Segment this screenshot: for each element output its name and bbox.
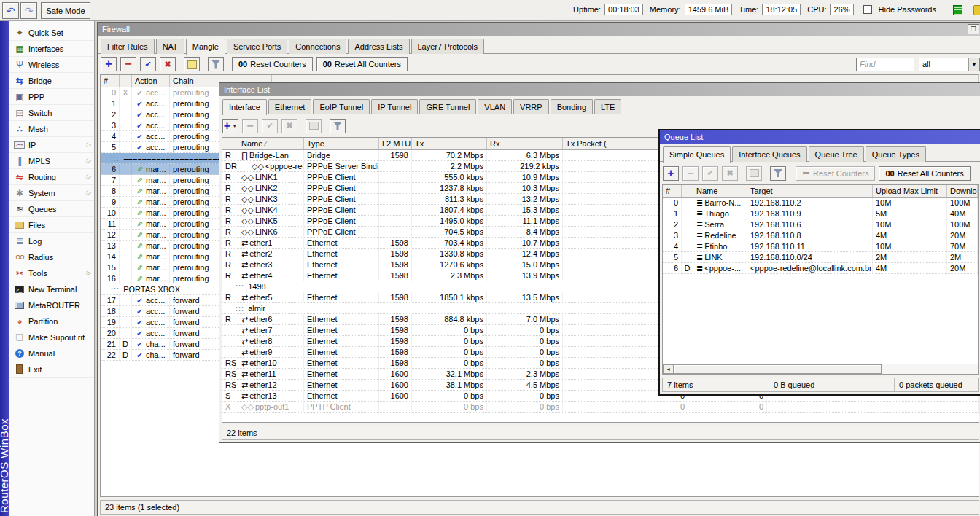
column-header-blank[interactable]	[120, 75, 132, 87]
chevron-down-icon[interactable]: ▼	[968, 58, 979, 71]
add-button[interactable]: +	[101, 57, 117, 71]
sidebar-item-tools[interactable]: ✂Tools▷	[9, 265, 94, 281]
add-button[interactable]: +	[663, 166, 679, 181]
safe-mode-button[interactable]: Safe Mode	[41, 2, 90, 19]
tab-eoip-tunnel[interactable]: EoIP Tunnel	[313, 99, 370, 114]
comment-button[interactable]	[184, 57, 200, 71]
reset-all-counters-button[interactable]: 00 Reset All Counters	[316, 57, 408, 71]
hide-passwords-checkbox[interactable]	[863, 5, 872, 14]
disable-button[interactable]: ✖	[281, 119, 298, 133]
column-header-tx[interactable]: Tx	[412, 138, 487, 149]
undo-button[interactable]: ↶	[2, 2, 19, 19]
tab-address-lists[interactable]: Address Lists	[348, 39, 409, 54]
sidebar-item-queues[interactable]: ≋Queues	[9, 201, 94, 217]
add-button[interactable]: + ▼	[222, 119, 238, 133]
horizontal-scrollbar[interactable]: ◂	[663, 364, 978, 374]
remove-button[interactable]: −	[682, 166, 699, 181]
sidebar-item-mesh[interactable]: ∴Mesh	[9, 121, 94, 137]
column-header-name[interactable]: Name∕	[238, 138, 304, 149]
filter-button[interactable]	[330, 119, 346, 133]
tab-gre-tunnel[interactable]: GRE Tunnel	[419, 99, 476, 114]
tab-queue-tree[interactable]: Queue Tree	[809, 146, 864, 162]
sidebar-item-wireless[interactable]: ΨWireless	[9, 57, 94, 73]
tab-simple-queues[interactable]: Simple Queues	[663, 146, 731, 163]
sidebar-item-mpls[interactable]: ∥MPLS▷	[9, 153, 94, 169]
sidebar-item-files[interactable]: Files	[9, 217, 94, 233]
scrollbar-thumb[interactable]	[674, 364, 882, 374]
table-row[interactable]: X◇◇pptp-out1PPTP Client0 bps0 bps00	[222, 402, 979, 413]
remove-button[interactable]: −	[242, 119, 258, 133]
sidebar-item-interfaces[interactable]: ▦Interfaces	[9, 41, 94, 57]
queue-list-titlebar[interactable]: Queue List	[660, 130, 980, 144]
sidebar-item-system[interactable]: ✱System▷	[9, 185, 94, 201]
sidebar-item-quick-set[interactable]: ✦Quick Set	[9, 25, 94, 41]
sidebar-item-routing[interactable]: ⇋Routing▷	[9, 169, 94, 185]
tab-service-ports[interactable]: Service Ports	[227, 39, 287, 54]
enable-button[interactable]: ✔	[702, 166, 718, 181]
filter-button[interactable]	[208, 57, 224, 71]
column-header-l2-mtu[interactable]: L2 MTU	[379, 138, 412, 149]
sidebar-item-metarouter[interactable]: MetaROUTER	[9, 297, 94, 313]
sidebar-item-switch[interactable]: ▤Switch	[9, 105, 94, 121]
table-row[interactable]: 2≣Serra192.168.110.610M100M	[663, 219, 978, 230]
sidebar-item-exit[interactable]: Exit	[9, 361, 94, 378]
tab-layer7-protocols[interactable]: Layer7 Protocols	[411, 39, 485, 54]
table-row[interactable]: 4≣Etinho192.168.110.1110M70M	[663, 241, 978, 252]
table-row[interactable]: 0≣Bairro-N...192.168.110.210M100M	[663, 198, 978, 208]
column-header-blank[interactable]: #	[101, 75, 120, 87]
sidebar-item-make-supout-rif[interactable]: ❏Make Supout.rif	[9, 329, 94, 345]
tab-ip-tunnel[interactable]: IP Tunnel	[371, 99, 418, 114]
disable-button[interactable]: ✖	[160, 57, 176, 71]
reset-counters-button[interactable]: ≔ Reset Counters	[796, 166, 875, 181]
column-header-action[interactable]: Action	[132, 75, 170, 87]
sidebar-item-ppp[interactable]: ▣PPP	[9, 89, 94, 105]
tab-queue-types[interactable]: Queue Types	[866, 146, 926, 162]
firewall-titlebar[interactable]: Firewall ❐	[98, 23, 980, 36]
enable-button[interactable]: ✔	[262, 119, 278, 133]
tab-nat[interactable]: NAT	[156, 39, 184, 54]
tab-ethernet[interactable]: Ethernet	[268, 99, 312, 114]
column-header-target[interactable]: Target	[747, 185, 873, 197]
table-row[interactable]: 1≣Thiago192.168.110.95M40M	[663, 208, 978, 219]
interface-list-titlebar[interactable]: Interface List	[219, 83, 980, 96]
disable-button[interactable]: ✖	[722, 166, 738, 181]
tab-lte[interactable]: LTE	[594, 99, 621, 114]
table-row[interactable]: 6D≣<pppoe-...<pppoe-redeline@locallink.c…	[663, 263, 978, 274]
sidebar-item-manual[interactable]: ?Manual	[9, 345, 94, 361]
sidebar-item-radius[interactable]: ΩΩRadius	[9, 249, 94, 265]
tab-vrrp[interactable]: VRRP	[513, 99, 549, 114]
tab-interface-queues[interactable]: Interface Queues	[732, 146, 806, 162]
comment-button[interactable]	[746, 166, 762, 181]
filter-select[interactable]: all ▼	[919, 58, 980, 71]
reset-counters-button[interactable]: 00 Reset Counters	[232, 57, 313, 71]
redo-button[interactable]: ↷	[20, 2, 37, 19]
table-row[interactable]: 3≣Redeline192.168.110.84M20M	[663, 230, 978, 241]
sidebar-item-ip[interactable]: 255IP▷	[9, 137, 94, 153]
column-header-blank[interactable]: #	[663, 185, 682, 197]
column-header-blank[interactable]	[222, 138, 238, 149]
column-header-download[interactable]: Download	[947, 185, 978, 197]
column-header-blank[interactable]	[682, 185, 693, 197]
scrollbar-track[interactable]	[882, 364, 978, 374]
tab-connections[interactable]: Connections	[289, 39, 346, 54]
sidebar-item-partition[interactable]: ◕Partition	[9, 313, 94, 329]
sidebar-item-new-terminal[interactable]: >_New Terminal	[9, 281, 94, 297]
tab-mangle[interactable]: Mangle	[186, 39, 225, 55]
column-header-type[interactable]: Type	[304, 138, 379, 149]
tab-vlan[interactable]: VLAN	[478, 99, 512, 114]
tab-interface[interactable]: Interface	[222, 99, 267, 115]
restore-window-icon[interactable]: ❐	[968, 24, 979, 34]
remove-button[interactable]: −	[120, 57, 136, 71]
column-header-rx[interactable]: Rx	[487, 138, 563, 149]
filter-button[interactable]	[770, 166, 786, 181]
enable-button[interactable]: ✔	[140, 57, 156, 71]
find-input[interactable]	[856, 58, 914, 71]
sidebar-item-log[interactable]: ≣Log	[9, 233, 94, 249]
scroll-left-icon[interactable]: ◂	[663, 364, 674, 374]
table-row[interactable]: 5≣LINK192.168.110.0/242M2M	[663, 252, 978, 263]
column-header-name[interactable]: Name	[693, 185, 747, 197]
tab-filter-rules[interactable]: Filter Rules	[101, 39, 155, 54]
sidebar-item-bridge[interactable]: ⇆Bridge	[9, 73, 94, 89]
comment-button[interactable]	[306, 119, 322, 133]
column-header-upload-max-limit[interactable]: Upload Max Limit	[873, 185, 947, 197]
